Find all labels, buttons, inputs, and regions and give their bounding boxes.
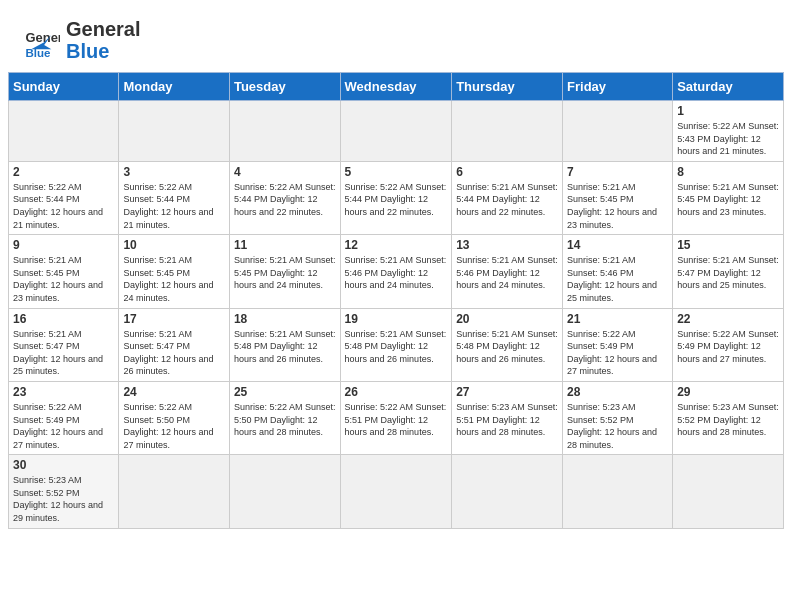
calendar-table: SundayMondayTuesdayWednesdayThursdayFrid… [8,72,784,529]
calendar-cell: 8Sunrise: 5:21 AM Sunset: 5:45 PM Daylig… [673,161,784,234]
day-number: 15 [677,238,779,252]
day-number: 2 [13,165,114,179]
day-info: Sunrise: 5:21 AM Sunset: 5:44 PM Dayligh… [456,181,558,219]
day-number: 28 [567,385,668,399]
day-info: Sunrise: 5:21 AM Sunset: 5:48 PM Dayligh… [234,328,336,366]
calendar-cell [9,101,119,162]
calendar-cell: 15Sunrise: 5:21 AM Sunset: 5:47 PM Dayli… [673,235,784,308]
calendar-cell [452,101,563,162]
day-info: Sunrise: 5:22 AM Sunset: 5:43 PM Dayligh… [677,120,779,158]
day-info: Sunrise: 5:22 AM Sunset: 5:44 PM Dayligh… [345,181,448,219]
calendar-cell: 20Sunrise: 5:21 AM Sunset: 5:48 PM Dayli… [452,308,563,381]
calendar-week-row: 30Sunrise: 5:23 AM Sunset: 5:52 PM Dayli… [9,455,784,528]
day-info: Sunrise: 5:23 AM Sunset: 5:52 PM Dayligh… [567,401,668,451]
day-number: 17 [123,312,225,326]
day-info: Sunrise: 5:21 AM Sunset: 5:45 PM Dayligh… [234,254,336,292]
logo-text: GeneralBlue [66,18,140,62]
calendar-week-row: 2Sunrise: 5:22 AM Sunset: 5:44 PM Daylig… [9,161,784,234]
calendar-week-row: 9Sunrise: 5:21 AM Sunset: 5:45 PM Daylig… [9,235,784,308]
calendar-week-row: 23Sunrise: 5:22 AM Sunset: 5:49 PM Dayli… [9,381,784,454]
calendar-cell: 25Sunrise: 5:22 AM Sunset: 5:50 PM Dayli… [229,381,340,454]
day-number: 29 [677,385,779,399]
day-info: Sunrise: 5:22 AM Sunset: 5:51 PM Dayligh… [345,401,448,439]
calendar-cell: 2Sunrise: 5:22 AM Sunset: 5:44 PM Daylig… [9,161,119,234]
day-header-sunday: Sunday [9,73,119,101]
calendar-cell: 16Sunrise: 5:21 AM Sunset: 5:47 PM Dayli… [9,308,119,381]
calendar-cell: 10Sunrise: 5:21 AM Sunset: 5:45 PM Dayli… [119,235,230,308]
calendar-cell: 28Sunrise: 5:23 AM Sunset: 5:52 PM Dayli… [563,381,673,454]
day-info: Sunrise: 5:22 AM Sunset: 5:49 PM Dayligh… [567,328,668,378]
day-number: 19 [345,312,448,326]
calendar-cell: 24Sunrise: 5:22 AM Sunset: 5:50 PM Dayli… [119,381,230,454]
day-info: Sunrise: 5:21 AM Sunset: 5:46 PM Dayligh… [456,254,558,292]
calendar-cell [340,101,452,162]
calendar-wrapper: SundayMondayTuesdayWednesdayThursdayFrid… [0,72,792,537]
page-header: General Blue GeneralBlue [0,0,792,72]
svg-text:Blue: Blue [25,47,51,58]
day-info: Sunrise: 5:22 AM Sunset: 5:49 PM Dayligh… [677,328,779,366]
day-number: 12 [345,238,448,252]
calendar-cell: 27Sunrise: 5:23 AM Sunset: 5:51 PM Dayli… [452,381,563,454]
day-info: Sunrise: 5:23 AM Sunset: 5:51 PM Dayligh… [456,401,558,439]
calendar-cell: 18Sunrise: 5:21 AM Sunset: 5:48 PM Dayli… [229,308,340,381]
day-header-saturday: Saturday [673,73,784,101]
day-info: Sunrise: 5:22 AM Sunset: 5:50 PM Dayligh… [234,401,336,439]
day-info: Sunrise: 5:22 AM Sunset: 5:49 PM Dayligh… [13,401,114,451]
calendar-cell: 9Sunrise: 5:21 AM Sunset: 5:45 PM Daylig… [9,235,119,308]
calendar-cell [340,455,452,528]
day-number: 27 [456,385,558,399]
calendar-cell: 4Sunrise: 5:22 AM Sunset: 5:44 PM Daylig… [229,161,340,234]
day-number: 20 [456,312,558,326]
day-info: Sunrise: 5:22 AM Sunset: 5:44 PM Dayligh… [234,181,336,219]
calendar-cell: 19Sunrise: 5:21 AM Sunset: 5:48 PM Dayli… [340,308,452,381]
day-number: 25 [234,385,336,399]
day-info: Sunrise: 5:21 AM Sunset: 5:47 PM Dayligh… [13,328,114,378]
day-number: 21 [567,312,668,326]
calendar-cell: 5Sunrise: 5:22 AM Sunset: 5:44 PM Daylig… [340,161,452,234]
day-number: 10 [123,238,225,252]
day-number: 11 [234,238,336,252]
logo-icon: General Blue [24,22,60,58]
day-number: 16 [13,312,114,326]
calendar-cell: 23Sunrise: 5:22 AM Sunset: 5:49 PM Dayli… [9,381,119,454]
calendar-cell [119,455,230,528]
day-info: Sunrise: 5:21 AM Sunset: 5:46 PM Dayligh… [345,254,448,292]
day-number: 18 [234,312,336,326]
day-info: Sunrise: 5:21 AM Sunset: 5:48 PM Dayligh… [345,328,448,366]
day-info: Sunrise: 5:21 AM Sunset: 5:47 PM Dayligh… [123,328,225,378]
day-number: 14 [567,238,668,252]
calendar-cell [452,455,563,528]
day-number: 24 [123,385,225,399]
day-number: 9 [13,238,114,252]
day-info: Sunrise: 5:21 AM Sunset: 5:45 PM Dayligh… [123,254,225,304]
day-info: Sunrise: 5:21 AM Sunset: 5:46 PM Dayligh… [567,254,668,304]
day-number: 13 [456,238,558,252]
day-info: Sunrise: 5:22 AM Sunset: 5:44 PM Dayligh… [13,181,114,231]
calendar-cell: 12Sunrise: 5:21 AM Sunset: 5:46 PM Dayli… [340,235,452,308]
day-info: Sunrise: 5:21 AM Sunset: 5:45 PM Dayligh… [567,181,668,231]
day-number: 4 [234,165,336,179]
day-info: Sunrise: 5:23 AM Sunset: 5:52 PM Dayligh… [677,401,779,439]
day-number: 5 [345,165,448,179]
day-info: Sunrise: 5:21 AM Sunset: 5:45 PM Dayligh… [677,181,779,219]
day-header-friday: Friday [563,73,673,101]
calendar-week-row: 1Sunrise: 5:22 AM Sunset: 5:43 PM Daylig… [9,101,784,162]
calendar-cell: 30Sunrise: 5:23 AM Sunset: 5:52 PM Dayli… [9,455,119,528]
calendar-cell [563,455,673,528]
calendar-cell: 29Sunrise: 5:23 AM Sunset: 5:52 PM Dayli… [673,381,784,454]
day-header-monday: Monday [119,73,230,101]
day-info: Sunrise: 5:21 AM Sunset: 5:48 PM Dayligh… [456,328,558,366]
day-info: Sunrise: 5:22 AM Sunset: 5:44 PM Dayligh… [123,181,225,231]
day-info: Sunrise: 5:21 AM Sunset: 5:47 PM Dayligh… [677,254,779,292]
calendar-cell: 11Sunrise: 5:21 AM Sunset: 5:45 PM Dayli… [229,235,340,308]
day-header-wednesday: Wednesday [340,73,452,101]
calendar-header-row: SundayMondayTuesdayWednesdayThursdayFrid… [9,73,784,101]
calendar-cell: 21Sunrise: 5:22 AM Sunset: 5:49 PM Dayli… [563,308,673,381]
calendar-cell [673,455,784,528]
calendar-cell: 3Sunrise: 5:22 AM Sunset: 5:44 PM Daylig… [119,161,230,234]
calendar-cell: 17Sunrise: 5:21 AM Sunset: 5:47 PM Dayli… [119,308,230,381]
day-info: Sunrise: 5:21 AM Sunset: 5:45 PM Dayligh… [13,254,114,304]
calendar-cell [563,101,673,162]
calendar-cell: 1Sunrise: 5:22 AM Sunset: 5:43 PM Daylig… [673,101,784,162]
calendar-cell [229,101,340,162]
